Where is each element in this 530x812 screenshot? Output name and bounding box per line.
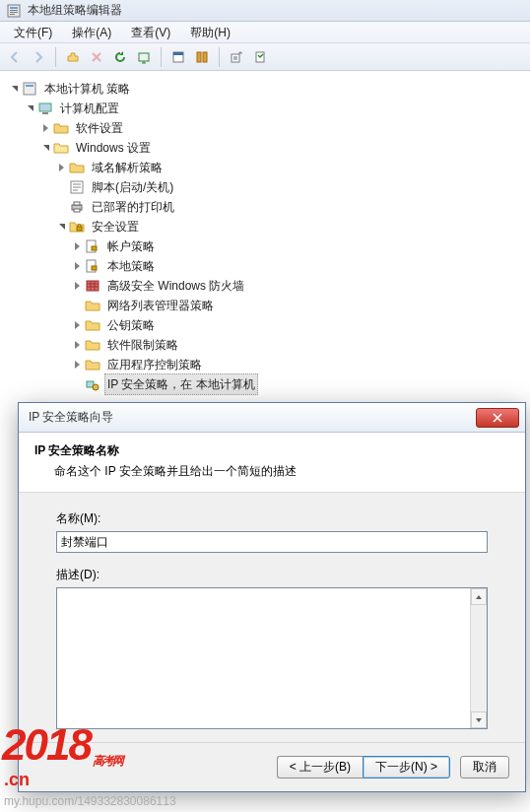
name-input[interactable] (56, 531, 488, 553)
description-wrap (56, 587, 488, 729)
doc-icon (22, 81, 37, 97)
computer-icon (37, 101, 53, 116)
dialog-footer: < 上一步(B) 下一步(N) > 取消 (19, 742, 525, 791)
expand-icon[interactable] (24, 102, 35, 114)
assign-button[interactable] (249, 46, 271, 68)
expand-icon[interactable] (55, 162, 67, 173)
up-button[interactable] (62, 46, 84, 68)
svg-rect-15 (42, 112, 48, 114)
tree-name-resolution[interactable]: 域名解析策略 (4, 158, 526, 177)
expand-icon[interactable] (71, 260, 83, 272)
tree-account-policies[interactable]: 帐户策略 (4, 237, 526, 256)
tree-scripts[interactable]: 脚本(启动/关机) (4, 177, 526, 197)
tree-computer-config[interactable]: 计算机配置 (4, 99, 526, 118)
tree-security-settings[interactable]: 安全设置 (4, 217, 526, 237)
expand-icon[interactable] (71, 339, 83, 351)
tree-ipsec[interactable]: IP 安全策略，在 本地计算机 (4, 374, 526, 394)
back-button[interactable] (4, 46, 26, 68)
svg-rect-4 (10, 14, 15, 15)
tree-local-policies[interactable]: 本地策略 (4, 256, 526, 276)
tree-software-restriction[interactable]: 软件限制策略 (4, 335, 526, 355)
expand-icon[interactable] (39, 142, 51, 154)
expand-icon[interactable] (8, 83, 20, 95)
back-button[interactable]: < 上一步(B) (277, 756, 363, 778)
svg-rect-12 (24, 83, 35, 95)
svg-rect-9 (203, 52, 207, 62)
forward-button[interactable] (28, 46, 49, 68)
tree-label: IP 安全策略，在 本地计算机 (104, 373, 258, 395)
tree-nlm[interactable]: 网络列表管理器策略 (4, 296, 526, 315)
svg-rect-10 (232, 54, 239, 62)
firewall-icon (85, 278, 100, 294)
tree-label: 帐户策略 (104, 236, 158, 257)
menu-view[interactable]: 查看(V) (121, 22, 180, 42)
ipsec-wizard-dialog: IP 安全策略向导 IP 安全策略名称 命名这个 IP 安全策略并且给出一个简短… (18, 402, 526, 792)
svg-point-27 (93, 384, 99, 390)
svg-rect-3 (10, 12, 18, 13)
svg-rect-14 (39, 103, 51, 111)
tree-label: 本地计算机 策略 (41, 78, 133, 100)
tree-label: Windows 设置 (73, 137, 154, 159)
next-button[interactable]: 下一步(N) > (363, 756, 450, 778)
svg-rect-5 (139, 53, 149, 61)
delete-button[interactable] (86, 46, 107, 68)
tree-app-control[interactable]: 应用程序控制策略 (4, 355, 526, 374)
properties-button[interactable] (167, 46, 189, 68)
tree-root[interactable]: 本地计算机 策略 (4, 79, 526, 99)
expand-icon[interactable] (39, 122, 51, 134)
svg-rect-1 (10, 7, 18, 9)
tree-public-key[interactable]: 公钥策略 (4, 315, 526, 335)
menu-help[interactable]: 帮助(H) (180, 22, 240, 42)
toolbar-separator (219, 47, 220, 67)
app-icon (6, 3, 22, 19)
tree-wfas[interactable]: 高级安全 Windows 防火墙 (4, 276, 526, 296)
refresh-button[interactable] (109, 46, 131, 68)
description-label: 描述(D): (56, 567, 488, 583)
tree-label: 域名解析策略 (89, 157, 166, 178)
tree-label: 软件限制策略 (104, 334, 181, 356)
manage-button[interactable] (226, 46, 247, 68)
toolbar-separator (55, 47, 56, 67)
description-textarea[interactable] (57, 588, 470, 728)
tree-software-settings[interactable]: 软件设置 (4, 118, 526, 138)
menubar: 文件(F) 操作(A) 查看(V) 帮助(H) (0, 22, 530, 43)
tree-windows-settings[interactable]: Windows 设置 (4, 138, 526, 158)
tree-label: 计算机配置 (57, 98, 122, 119)
svg-rect-7 (173, 52, 183, 55)
scroll-down-icon[interactable] (471, 711, 487, 728)
menu-file[interactable]: 文件(F) (4, 22, 62, 42)
dialog-body: 名称(M): 描述(D): (19, 493, 525, 755)
svg-rect-2 (10, 10, 18, 11)
expand-icon[interactable] (71, 280, 83, 292)
name-label: 名称(M): (56, 510, 488, 527)
tree-label: 本地策略 (104, 255, 158, 277)
lock-icon (69, 219, 85, 235)
svg-rect-18 (74, 202, 80, 205)
scrollbar[interactable] (470, 588, 487, 728)
source-url: my.hupu.com/149332830086113 (4, 794, 176, 808)
folder-icon (85, 357, 100, 372)
dialog-heading: IP 安全策略名称 (34, 442, 509, 459)
expand-icon[interactable] (55, 221, 67, 233)
titlebar: 本地组策略编辑器 (0, 0, 530, 22)
expand-icon[interactable] (71, 240, 83, 252)
dialog-subheading: 命名这个 IP 安全策略并且给出一个简短的描述 (34, 463, 509, 480)
close-button[interactable] (476, 408, 519, 428)
policy-icon (85, 258, 100, 274)
menu-action[interactable]: 操作(A) (62, 22, 121, 42)
tree-label: 网络列表管理器策略 (104, 295, 217, 316)
svg-rect-24 (92, 266, 97, 270)
folder-icon (69, 160, 85, 175)
dialog-titlebar[interactable]: IP 安全策略向导 (19, 403, 525, 433)
policy-icon (85, 238, 100, 254)
svg-rect-19 (74, 209, 80, 212)
tree-label: 高级安全 Windows 防火墙 (104, 275, 247, 297)
expand-icon[interactable] (71, 319, 83, 331)
export-button[interactable] (133, 46, 155, 68)
tree-deployed-printers[interactable]: 已部署的打印机 (4, 197, 526, 217)
filter-button[interactable] (191, 46, 213, 68)
console-tree[interactable]: 本地计算机 策略 计算机配置 软件设置 Windows 设置 域名解析策略 脚本… (0, 71, 530, 402)
cancel-button[interactable]: 取消 (460, 756, 509, 778)
scroll-up-icon[interactable] (471, 588, 487, 605)
expand-icon[interactable] (71, 359, 83, 371)
